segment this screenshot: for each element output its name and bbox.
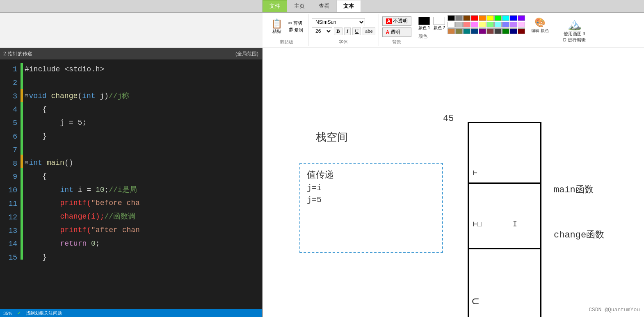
main-func-label: main函数 xyxy=(554,183,594,196)
swatch-15[interactable] xyxy=(486,22,494,27)
swatch-28[interactable] xyxy=(510,28,517,34)
code-line-9: { xyxy=(23,170,262,183)
bold-button[interactable]: B xyxy=(334,27,343,35)
swatch-13[interactable] xyxy=(471,22,478,27)
underline-button[interactable]: U xyxy=(352,27,361,35)
stack-symbol-j: ⊢□ xyxy=(473,219,482,228)
strikethrough-button[interactable]: abe xyxy=(363,27,375,35)
swatch-20[interactable] xyxy=(448,28,455,34)
swatch-14[interactable] xyxy=(479,22,486,27)
italic-button[interactable]: I xyxy=(344,27,351,35)
code-line-1: #include <stdio.h> xyxy=(23,63,262,76)
line-num-12: 12 xyxy=(0,211,21,224)
code-content[interactable]: 1 2 3 4 5 6 7 8 9 10 11 12 13 14 15 xyxy=(0,59,262,309)
swatch-26[interactable] xyxy=(494,28,502,34)
opacity-icon: A xyxy=(386,18,392,24)
color2-button[interactable]: 颜色 2 xyxy=(434,17,445,31)
clipboard-content: 📋 粘贴 ✂ 剪切 🗐 复制 xyxy=(268,15,305,38)
code-line-15: } xyxy=(23,251,262,264)
swatch-5[interactable] xyxy=(486,15,494,21)
edit-colors-button[interactable]: 🎨 编辑 颜色 xyxy=(528,15,553,36)
line-num-14: 14 xyxy=(0,237,21,251)
swatch-9[interactable] xyxy=(518,15,525,21)
line-num-1: 1 xyxy=(0,63,21,76)
code-line-14: return 0 ; xyxy=(23,237,262,251)
swatch-7[interactable] xyxy=(502,15,509,21)
font-name-select[interactable]: NSimSun xyxy=(312,18,365,26)
canvas-area[interactable]: 栈空间 45 值传递 j=i j=5 ⊢ ⊢□ main函数 change函数 xyxy=(263,48,644,317)
ribbon-section-clipboard: 📋 粘贴 ✂ 剪切 🗐 复制 剪贴板 xyxy=(265,14,308,46)
ribbon-body: 📋 粘贴 ✂ 剪切 🗐 复制 剪贴板 NSimSun xyxy=(263,13,644,48)
swatch-27[interactable] xyxy=(502,28,509,34)
swatch-10[interactable] xyxy=(448,22,455,27)
swatch-23[interactable] xyxy=(471,28,478,34)
dashed-line-2: j=5 xyxy=(307,195,436,205)
dashed-line-1: j=i xyxy=(307,183,436,193)
swatch-0[interactable] xyxy=(448,15,455,21)
swatch-12[interactable] xyxy=(463,22,470,27)
ribbon-tabs: 文件 主页 查看 文本 xyxy=(0,0,644,13)
stack-symbol-i: ⊢ xyxy=(473,168,477,177)
swatch-3[interactable] xyxy=(471,15,478,21)
line-num-11: 11 xyxy=(0,197,21,211)
tab-view[interactable]: 查看 xyxy=(312,0,336,12)
swatch-17[interactable] xyxy=(502,22,509,27)
swatch-24[interactable] xyxy=(479,28,486,34)
stack-divider-bottom xyxy=(469,248,540,249)
ribbon-section-colors: 颜色 1 颜色 2 颜色 xyxy=(415,14,556,46)
swatch-11[interactable] xyxy=(455,22,463,27)
swatch-22[interactable] xyxy=(463,28,470,34)
font-format-row: 26 B I U abe xyxy=(312,27,375,35)
swatch-16[interactable] xyxy=(494,22,502,27)
cursor-symbol: I xyxy=(513,220,517,228)
paint-panel[interactable]: 栈空间 45 值传递 j=i j=5 ⊢ ⊢□ main函数 change函数 xyxy=(263,48,644,317)
line-num-15: 15 xyxy=(0,251,21,265)
tab-file[interactable]: 文件 xyxy=(263,0,287,12)
line-num-10: 10 xyxy=(0,184,21,197)
code-line-5: j = 5; xyxy=(23,116,262,130)
csdn-watermark: CSDN @QuantumYou xyxy=(589,307,640,313)
background-label: 背景 xyxy=(392,39,401,45)
opaque-button[interactable]: A 不透明 xyxy=(382,16,412,26)
collapse-icon-3: ⊟ xyxy=(25,91,28,100)
swatch-29[interactable] xyxy=(518,28,525,34)
dashed-box[interactable]: 值传递 j=i j=5 xyxy=(299,163,443,253)
font-size-select[interactable]: 26 xyxy=(312,27,332,35)
copy-button[interactable]: 🗐 复制 xyxy=(287,27,305,34)
line-num-13: 13 xyxy=(0,224,21,238)
swatch-25[interactable] xyxy=(486,28,494,34)
cut-button[interactable]: ✂ 剪切 xyxy=(287,20,305,27)
code-lines[interactable]: #include <stdio.h> ⊟ void change ( int j… xyxy=(23,59,262,309)
main-area: 2-指针的传递 (全局范围) 1 2 3 4 5 6 7 8 9 10 11 1… xyxy=(0,48,644,317)
swatch-21[interactable] xyxy=(455,28,463,34)
swatch-6[interactable] xyxy=(494,15,502,21)
opacity-section: A 不透明 A 透明 xyxy=(382,16,412,37)
color1-button[interactable]: 颜色 1 xyxy=(418,17,430,31)
transparent-icon: A xyxy=(386,30,390,35)
swatch-2[interactable] xyxy=(463,15,470,21)
line-num-7: 7 xyxy=(0,144,21,157)
clipboard-small-btns: ✂ 剪切 🗐 复制 xyxy=(287,20,305,34)
status-message: 找到划组关注问题 xyxy=(26,310,62,316)
swatch-19[interactable] xyxy=(518,22,525,27)
tab-home[interactable]: 主页 xyxy=(287,0,312,12)
change-func-label: change函数 xyxy=(554,228,604,241)
stack-divider-top xyxy=(469,182,540,184)
spacer xyxy=(418,31,445,32)
color-swatches-row3 xyxy=(448,28,525,34)
line-numbers: 1 2 3 4 5 6 7 8 9 10 11 12 13 14 15 xyxy=(0,59,21,309)
swatch-4[interactable] xyxy=(479,15,486,21)
swatch-8[interactable] xyxy=(510,15,517,21)
swatch-18[interactable] xyxy=(510,22,517,27)
transparent-button[interactable]: A 透明 xyxy=(382,27,412,37)
code-line-4: { xyxy=(23,103,262,116)
font-content: NSimSun 26 B I U abe xyxy=(312,15,375,38)
font-controls: NSimSun 26 B I U abe xyxy=(312,18,375,35)
color-main: 颜色 1 颜色 2 颜色 xyxy=(418,15,445,39)
swatch-1[interactable] xyxy=(455,15,463,21)
edit-3d-button[interactable]: 🏔️ 使用画图 3 D 进行编辑 xyxy=(560,15,589,45)
code-panel: 2-指针的传递 (全局范围) 1 2 3 4 5 6 7 8 9 10 11 1… xyxy=(0,48,263,317)
tab-text[interactable]: 文本 xyxy=(336,0,361,12)
paste-button[interactable]: 📋 粘贴 xyxy=(268,18,285,36)
stack-label: 栈空间 xyxy=(316,130,348,144)
